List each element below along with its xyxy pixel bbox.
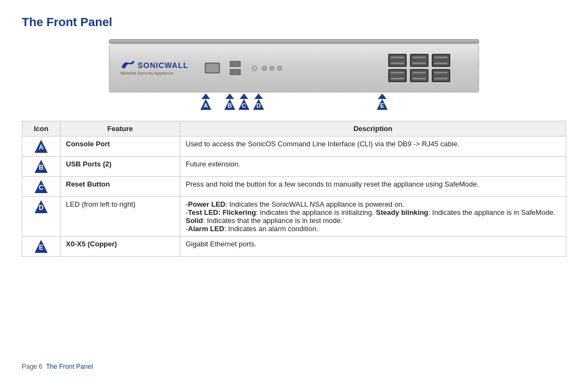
row-icon-b: B [22,157,60,177]
table-row: C Reset Button Press and hold the button… [22,177,566,197]
console-port [205,63,220,73]
row-icon-c: C [22,177,60,197]
col-description: Description [180,121,566,137]
page-content: The Front Panel SONICWALL Network Securi… [0,0,588,268]
feature-usb-ports: USB Ports (2) [60,157,180,177]
row-icon-e: E [22,237,60,257]
label-a: A [200,94,211,110]
table-row: D LED (from left to right) -Power LED: I… [22,197,566,237]
device-top-bar [109,39,479,44]
page-number: Page 6 [22,363,42,370]
device-body: SONICWALL Network Security Appliance [109,44,479,92]
sonicwall-icon [120,60,136,70]
reset-button [252,65,258,71]
logo-subtitle: Network Security Appliance [120,71,173,76]
sonicwall-logo-text: SONICWALL [138,61,188,70]
feature-reset-button: Reset Button [60,177,180,197]
feature-x0-x5: X0-X5 (Copper) [60,237,180,257]
desc-console-port: Used to access the SonicOS Command Line … [180,137,566,157]
table-row: E X0-X5 (Copper) Gigabit Ethernet ports. [22,237,566,257]
sonicwall-logo: SONICWALL [120,60,188,70]
table-row: A Console Port Used to access the SonicO… [22,137,566,157]
features-table: Icon Feature Description A Console Port … [22,121,566,257]
label-e: E [377,94,388,110]
table-header-row: Icon Feature Description [22,121,566,137]
ethernet-ports [388,54,450,82]
row-icon-a: A [22,137,60,157]
desc-reset-button: Press and hold the button for a few seco… [180,177,566,197]
label-b: B [224,94,235,110]
label-c: C [238,94,249,110]
footer-link: The Front Panel [46,363,93,370]
table-row: B USB Ports (2) Future extension. [22,157,566,177]
device-diagram: SONICWALL Network Security Appliance [22,39,566,115]
desc-led: -Power LED: Indicates the SonicWALL NSA … [180,197,566,237]
desc-x0-x5: Gigabit Ethernet ports. [180,237,566,257]
reset-leds-area [252,65,282,71]
logo-area: SONICWALL Network Security Appliance [120,60,188,76]
col-icon: Icon [22,121,60,137]
col-feature: Feature [60,121,180,137]
page-footer: Page 6 The Front Panel [22,363,93,370]
diagram-labels: A B C D E [109,94,479,115]
desc-usb-ports: Future extension. [180,157,566,177]
usb-ports [230,61,241,75]
leds [262,66,282,71]
label-d: D [253,94,264,110]
feature-led: LED (from left to right) [60,197,180,237]
ports-area [205,54,468,82]
feature-console-port: Console Port [60,137,180,157]
row-icon-d: D [22,197,60,237]
page-title: The Front Panel [22,15,566,29]
